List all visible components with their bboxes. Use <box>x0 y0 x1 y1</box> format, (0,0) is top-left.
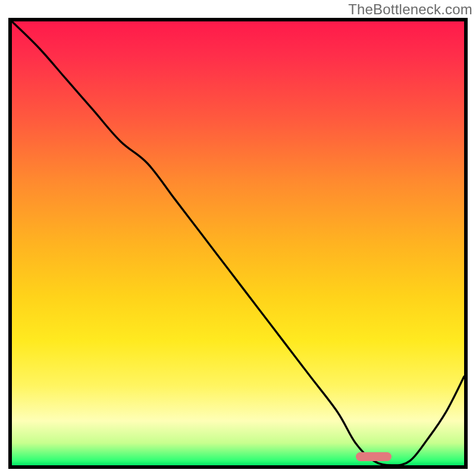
bottleneck-curve <box>12 21 464 465</box>
optimum-marker <box>356 452 392 461</box>
watermark-text: TheBottleneck.com <box>348 1 472 18</box>
curve-path <box>12 21 464 465</box>
plot-area <box>8 18 468 469</box>
chart-frame: TheBottleneck.com <box>0 0 476 476</box>
